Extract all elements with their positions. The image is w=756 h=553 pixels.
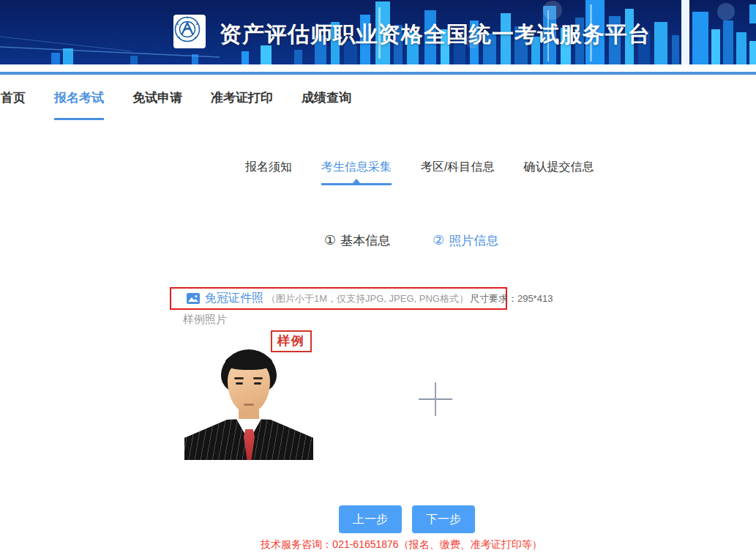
nav-item-admission-ticket-print[interactable]: 准考证打印 (211, 89, 273, 120)
header-banner: 资产评估师职业资格全国统一考试服务平台 (0, 0, 756, 64)
image-icon (187, 293, 200, 304)
main-nav: 首页 报名考试 免试申请 准考证打印 成绩查询 (1, 89, 380, 120)
nav-item-home[interactable]: 首页 (1, 89, 26, 120)
subtab-confirm-submit-info[interactable]: 确认提交信息 (523, 160, 594, 185)
sample-photo-caption: 样例照片 (183, 313, 227, 327)
sample-photo (184, 348, 313, 460)
step1-number-icon: ① (324, 233, 336, 248)
photo-requirement-box: 免冠证件照 （图片小于1M，仅支持JPG, JPEG, PNG格式） 尺寸要求：… (170, 287, 507, 310)
photo-size-requirement: 尺寸要求：295*413 (470, 292, 553, 305)
next-step-button[interactable]: 下一步 (412, 505, 475, 533)
register-subtabs: 报名须知 考生信息采集 考区/科目信息 确认提交信息 (245, 160, 623, 185)
subtab-exam-area-subject-info[interactable]: 考区/科目信息 (421, 160, 494, 185)
photo-format-hint: （图片小于1M，仅支持JPG, JPEG, PNG格式） (266, 292, 468, 305)
appraisal-society-seal-icon (173, 15, 201, 44)
platform-logo (173, 15, 206, 48)
platform-title: 资产评估师职业资格全国统一考试服务平台 (220, 20, 659, 50)
step2-number-icon: ② (433, 233, 444, 248)
wizard-buttons: 上一步 下一步 (339, 505, 485, 533)
prev-step-button[interactable]: 上一步 (339, 505, 402, 533)
subtab-candidate-info-collection[interactable]: 考生信息采集 (321, 160, 392, 185)
step-basic-info[interactable]: ①基本信息 (324, 232, 390, 249)
sample-stamp: 样例 (271, 330, 312, 352)
active-tab-underline (321, 183, 392, 185)
bareheaded-id-photo-link[interactable]: 免冠证件照 (205, 291, 263, 306)
nav-item-register-exam[interactable]: 报名考试 (54, 89, 104, 120)
photo-upload-area[interactable] (418, 382, 453, 417)
step-photo-info[interactable]: ②照片信息 (433, 232, 498, 249)
nav-item-score-query[interactable]: 成绩查询 (302, 89, 351, 120)
nav-item-exemption-apply[interactable]: 免试申请 (132, 89, 182, 120)
subtab-registration-notice[interactable]: 报名须知 (245, 160, 292, 185)
page: 资产评估师职业资格全国统一考试服务平台 首页 报名考试 免试申请 准考证打印 成… (0, 0, 756, 553)
plus-icon (419, 382, 452, 416)
wizard-steps: ①基本信息 ②照片信息 (324, 232, 541, 249)
header-divider (0, 72, 756, 75)
tech-service-footer: 技术服务咨询：021-61651876（报名、缴费、准考证打印等） (0, 538, 756, 552)
